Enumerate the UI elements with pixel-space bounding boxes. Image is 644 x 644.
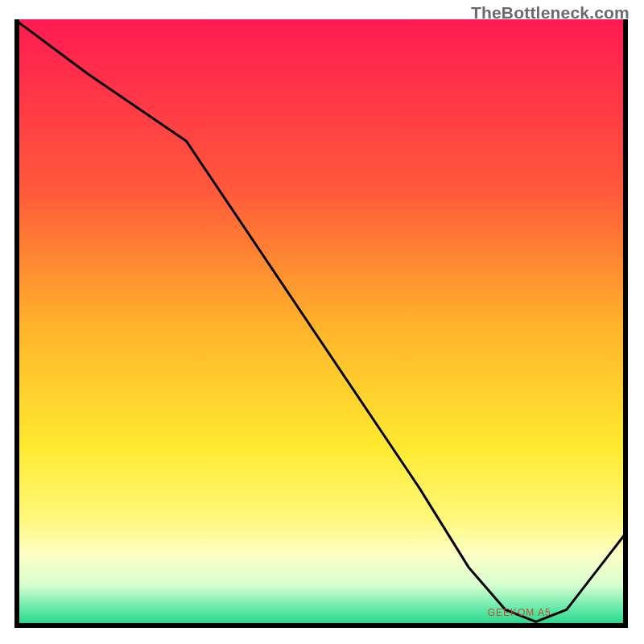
- axis-border-left: [14, 19, 19, 628]
- optimal-label: GEEKOM A5: [488, 607, 551, 618]
- axis-border-bottom: [14, 623, 628, 628]
- line-chart: [14, 19, 628, 628]
- axis-border-right: [623, 19, 628, 628]
- plot-area: GEEKOM A5: [14, 19, 628, 628]
- chart-root: TheBottleneck.com GEEKOM A5: [0, 0, 644, 644]
- bottleneck-curve: [14, 19, 628, 621]
- watermark-text: TheBottleneck.com: [471, 3, 630, 23]
